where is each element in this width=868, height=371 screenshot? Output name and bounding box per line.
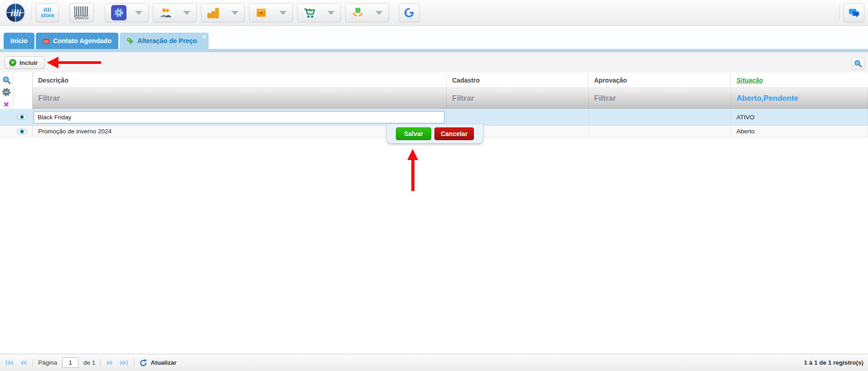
eye-icon[interactable] [17,114,27,120]
main-toolbar: illi illi store BOLETO [0,0,868,26]
atualizar-button[interactable]: Atualizar [139,359,176,367]
filter-situacao-selector[interactable]: Aberto,Pendente [731,88,868,108]
cancelar-button[interactable]: Cancelar [434,127,474,140]
row-eye-cell [0,126,33,137]
first-page-button[interactable] [5,359,14,367]
salvar-button[interactable]: Salvar [396,127,431,140]
edit-actions-popup: Salvar Cancelar [387,124,483,143]
cart-icon [303,7,316,19]
sales-menu-button[interactable] [297,3,341,22]
toolbar-divider [31,5,32,20]
supply-menu-button[interactable] [345,3,389,22]
column-header-situacao[interactable]: Situação [731,73,868,88]
grid-header-row: Descrição Cadastro Aprovação Situação [0,73,868,88]
table-row-black-friday[interactable]: ATIVO [0,109,868,126]
tab-contato-agendado[interactable]: Contato Agendado [36,33,118,49]
chat-icon [848,7,859,18]
grid-tool-clear-filter-button[interactable]: × [4,99,9,109]
chevron-down-icon [279,11,287,15]
calendar-icon [43,38,49,44]
next-page-button[interactable] [106,359,114,367]
box-icon [255,7,267,18]
barcode-icon: BOLETO [74,6,89,19]
action-bar: + Incluir [0,52,868,73]
illi-store-button[interactable]: illi store [36,3,59,22]
chevron-down-icon [375,11,383,15]
app-window: illi illi store BOLETO [0,0,868,371]
row-eye-cell [0,109,33,125]
tab-bar: Início Contato Agendado [0,26,868,52]
tab-label: Alteração de Preço [137,37,197,44]
app-logo: illi [4,2,27,23]
svg-text:illi: illi [10,8,22,18]
search-icon [2,76,11,84]
people-icon [159,8,172,18]
finance-menu-button[interactable] [201,3,245,22]
first-page-icon [5,360,13,366]
cadastro-cell [447,109,589,125]
filter-input-descricao[interactable]: Filtrar [33,88,447,108]
chevron-down-icon [183,11,190,15]
eye-icon[interactable] [17,128,27,135]
descricao-input[interactable] [34,111,444,123]
coins-icon [207,7,219,19]
filter-input-aprovacao[interactable]: Filtrar [589,88,731,108]
illi-store-label: illi store [41,7,54,18]
grid-filter-row: Filtrar Filtrar Filtrar Aberto,Pendente [0,88,868,109]
hands-cube-icon [351,7,364,18]
active-tab-strip [0,49,868,52]
previous-page-button[interactable] [19,359,28,367]
grid-tool-api-settings-button[interactable]: API [1,87,11,97]
chat-button[interactable] [844,3,864,22]
sync-g-icon [404,6,414,20]
products-menu-button[interactable] [249,3,293,22]
boleto-button[interactable]: BOLETO [69,3,94,22]
tab-alteracao-de-preco[interactable]: Alteração de Preço × [120,33,209,49]
close-tab-icon[interactable]: × [202,33,206,40]
chevron-down-icon [327,11,335,15]
globe-logo-icon: illi [5,2,26,23]
incluir-button[interactable]: + Incluir [5,56,44,69]
status-bar: Página de 1 Atualizar 1 à 1 de 1 reg [0,354,868,371]
settings-menu-button[interactable] [105,3,149,22]
statusbar-divider [100,359,101,367]
column-header-aprovacao[interactable]: Aprovação [589,73,731,88]
search-icon [854,59,862,68]
api-gear-icon: API [1,87,11,97]
tab-label: Início [10,37,28,44]
svg-text:API: API [5,91,9,93]
filter-input-cadastro[interactable]: Filtrar [447,88,589,108]
tab-label: Contato Agendado [53,37,112,44]
descricao-cell: Promoção de inverno 2024 [33,126,447,137]
page-number-input[interactable] [62,357,78,368]
chevron-down-icon [231,11,239,15]
atualizar-label: Atualizar [151,359,176,366]
chevron-down-icon [135,11,142,15]
grid-tool-search-button[interactable] [2,75,11,85]
column-header-cadastro[interactable]: Cadastro [447,73,589,88]
aprovacao-cell [589,109,731,125]
grid-gutter: API × [0,73,33,109]
statusbar-divider [33,359,33,367]
tab-inicio[interactable]: Início [4,33,34,49]
plus-icon: + [9,59,16,66]
toolbar-divider [839,5,839,20]
page-label: Página [38,359,57,366]
next-page-icon [107,360,113,366]
aprovacao-cell [589,126,731,137]
column-header-descricao[interactable]: Descrição [33,73,447,88]
last-page-button[interactable] [119,359,129,367]
people-menu-button[interactable] [153,3,197,22]
refresh-icon [139,359,147,367]
page-total-label: de 1 [83,359,95,366]
situacao-cell: Aberto [731,126,868,137]
annotation-arrow-salvar [407,149,418,191]
last-page-icon [120,360,128,366]
tag-icon [127,38,134,44]
situacao-cell: ATIVO [731,109,868,125]
grid-search-button[interactable] [851,57,864,70]
sync-button[interactable] [399,3,419,22]
records-grid: API × Descrição Cadastro Aprovação Situa… [0,73,868,354]
gear-icon [111,5,127,20]
statusbar-divider [134,359,134,367]
